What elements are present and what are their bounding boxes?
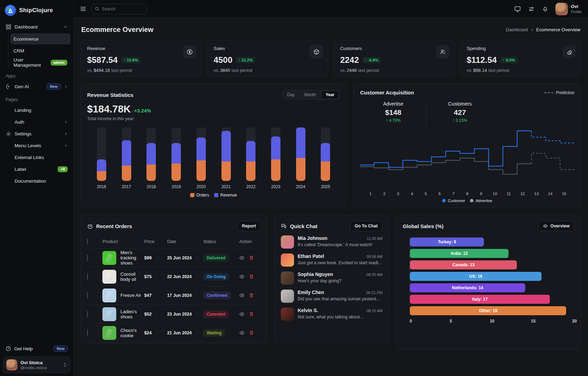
revenue-bar[interactable] <box>146 143 156 181</box>
bell-icon[interactable] <box>542 6 548 12</box>
stat-delta-badge: ↑ 21.2% <box>236 57 255 63</box>
row-checkbox[interactable] <box>87 273 88 280</box>
sidebar-profile[interactable]: Ovi Stoica @ovidiu-stoica <box>3 357 70 373</box>
search-input[interactable] <box>102 7 143 11</box>
revenue-segment <box>171 143 181 164</box>
brand[interactable]: ShipClojure <box>3 3 70 21</box>
revenue-bar[interactable] <box>196 137 206 181</box>
row-checkbox[interactable] <box>87 311 88 317</box>
col-status: Status <box>203 239 239 244</box>
brand-name: ShipClojure <box>19 7 53 14</box>
revenue-bar-column: 2019 <box>171 127 181 189</box>
row-checkbox[interactable] <box>87 292 88 299</box>
country-sales-bar[interactable]: US: 16 <box>410 272 541 281</box>
get-help-button[interactable]: Get Help New <box>3 343 70 354</box>
app-root: ShipClojure Dashboard Ecommerce CRM User… <box>0 0 588 376</box>
global-sales-x-axis: 05101520 <box>410 319 574 326</box>
breadcrumb-dashboard[interactable]: Dashboard <box>506 27 528 32</box>
select-all-checkbox[interactable] <box>87 239 88 244</box>
country-sales-bar[interactable]: Canada: 13 <box>410 260 517 269</box>
panel-title: Revenue Statistics <box>87 92 133 98</box>
sidebar-item-crm[interactable]: CRM <box>10 45 70 56</box>
country-sales-bar[interactable]: Turkey: 9 <box>410 237 484 247</box>
row-checkbox[interactable] <box>87 254 88 261</box>
table-row[interactable]: Choco's cookie$2421 Jun 2024Waiting <box>87 324 261 342</box>
order-price: $24 <box>144 330 167 335</box>
table-row[interactable]: Ladies's shoes$5223 Jun 2024Canceled <box>87 305 261 324</box>
revenue-bar[interactable] <box>246 141 255 181</box>
delete-order-button[interactable] <box>249 330 254 335</box>
revenue-bar[interactable] <box>122 140 131 181</box>
chat-timestamp: 08:20 AM <box>367 273 383 277</box>
delete-order-button[interactable] <box>249 274 254 279</box>
revenue-bar[interactable] <box>171 143 181 181</box>
revenue-bar[interactable] <box>271 136 280 181</box>
sidebar-item-label: User Management <box>14 57 51 68</box>
chat-message[interactable]: Sophia Nguyen08:20 AMHow's your day goin… <box>281 271 383 285</box>
sidebar-item-external-links[interactable]: External Links <box>3 151 70 163</box>
revenue-bar[interactable] <box>97 159 106 181</box>
stat-delta-badge: ↓ -6.8% <box>362 57 381 63</box>
overview-button[interactable]: Overview <box>538 221 574 231</box>
sidebar-item-documentation[interactable]: Documentation <box>3 175 70 187</box>
avatar <box>555 3 568 15</box>
sidebar-item-user-management[interactable]: User Management admin <box>10 57 70 68</box>
country-sales-bar[interactable]: Italy: 17 <box>410 295 550 304</box>
x-tick: 4 <box>405 192 419 196</box>
delete-order-button[interactable] <box>249 311 254 317</box>
view-order-button[interactable] <box>239 293 245 298</box>
global-sales-panel: Global Sales (%) Overview Turkey: 9India… <box>396 215 581 350</box>
row-checkbox[interactable] <box>87 329 88 336</box>
stat-compare: vs.3845last period <box>214 68 322 73</box>
revenue-bar[interactable] <box>296 127 305 181</box>
profile-menu[interactable]: Ovi Profile <box>555 3 582 15</box>
toggle-year-button[interactable]: Year <box>321 91 339 99</box>
view-order-button[interactable] <box>239 255 245 261</box>
chat-sender-name: Ethan Patel <box>297 253 324 259</box>
sidebar-item-settings[interactable]: Settings <box>3 128 70 140</box>
toggle-month-button[interactable]: Month <box>300 91 320 99</box>
table-row[interactable]: Freeze Air$4717 Jun 2024Confirmed <box>87 286 261 305</box>
delete-order-button[interactable] <box>249 293 254 298</box>
preferences-sliders-icon[interactable] <box>528 6 535 12</box>
display-mode-icon[interactable] <box>514 6 521 12</box>
chat-message[interactable]: Emily Chen06:21 PMDid you see that amazi… <box>281 290 383 303</box>
sidebar: ShipClojure Dashboard Ecommerce CRM User… <box>0 0 74 376</box>
sidebar-item-dashboard[interactable]: Dashboard <box>3 21 70 33</box>
hamburger-menu-icon[interactable] <box>80 6 86 12</box>
sidebar-item-landing[interactable]: Landing <box>3 104 70 116</box>
country-sales-bar[interactable]: Other: 19 <box>410 306 566 315</box>
view-order-button[interactable] <box>239 311 245 317</box>
topbar: Ovi Profile <box>74 0 588 18</box>
grid-icon <box>6 24 11 30</box>
help-circle-icon <box>6 346 11 351</box>
x-tick: 15 <box>531 319 536 324</box>
view-order-button[interactable] <box>239 330 245 336</box>
delete-order-button[interactable] <box>249 255 254 260</box>
table-row[interactable]: Men's tracking shoes$9925 Jun 2024Delive… <box>87 249 261 267</box>
customer-dot <box>442 199 446 202</box>
sidebar-item-auth[interactable]: Auth <box>3 116 70 128</box>
country-sales-bar[interactable]: Netherlands: 14 <box>410 283 525 292</box>
revenue-bar-column: 2017 <box>122 127 131 189</box>
go-to-chat-button[interactable]: Go To Chat <box>350 221 383 231</box>
chat-message[interactable]: Kelvin S.08:15 AMNot sure, what you talk… <box>281 308 383 321</box>
chat-message[interactable]: Ethan Patel09:58 AMJust got a new book. … <box>281 253 383 267</box>
stat-value: 4500 <box>214 55 233 65</box>
report-button[interactable]: Report <box>237 221 261 231</box>
orders-segment <box>171 164 181 181</box>
view-order-button[interactable] <box>239 274 245 279</box>
country-sales-bar[interactable]: India: 12 <box>410 249 509 258</box>
revenue-bar[interactable] <box>321 143 330 181</box>
chat-message[interactable]: Mia Johnson11:35 AMIt's called 'Dreamsca… <box>281 235 383 249</box>
search-box[interactable] <box>91 4 147 14</box>
sidebar-item-menu-levels[interactable]: Menu Levels <box>3 140 70 151</box>
revenue-bar[interactable] <box>221 131 231 181</box>
sidebar-item-label: Ecommerce <box>14 36 39 42</box>
sidebar-item-label-page[interactable]: Label +8 <box>3 163 70 175</box>
revenue-bar-label: 2016 <box>97 184 106 189</box>
table-row[interactable]: Cocooil body oil$7522 Jun 2024On Going <box>87 267 261 286</box>
sidebar-item-ecommerce[interactable]: Ecommerce <box>10 33 70 44</box>
toggle-day-button[interactable]: Day <box>283 91 299 99</box>
sidebar-item-gen-ai[interactable]: Gen AI New <box>3 81 70 92</box>
